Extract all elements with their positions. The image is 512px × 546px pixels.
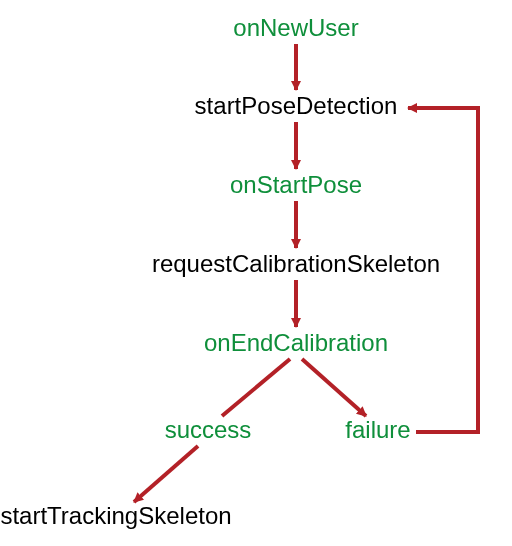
arrow xyxy=(302,359,366,416)
node-startPoseDetection: startPoseDetection xyxy=(195,92,398,119)
node-requestCalibrationSkeleton: requestCalibrationSkeleton xyxy=(152,250,440,277)
node-failure: failure xyxy=(345,416,410,443)
node-startTrackingSkeleton: startTrackingSkeleton xyxy=(0,502,231,529)
node-onEndCalibration: onEndCalibration xyxy=(204,329,388,356)
node-success: success xyxy=(165,416,252,443)
arrow xyxy=(222,359,290,416)
flow-diagram: onNewUser startPoseDetection onStartPose… xyxy=(0,0,512,546)
arrow xyxy=(134,446,198,502)
node-onStartPose: onStartPose xyxy=(230,171,362,198)
node-onNewUser: onNewUser xyxy=(233,14,358,41)
